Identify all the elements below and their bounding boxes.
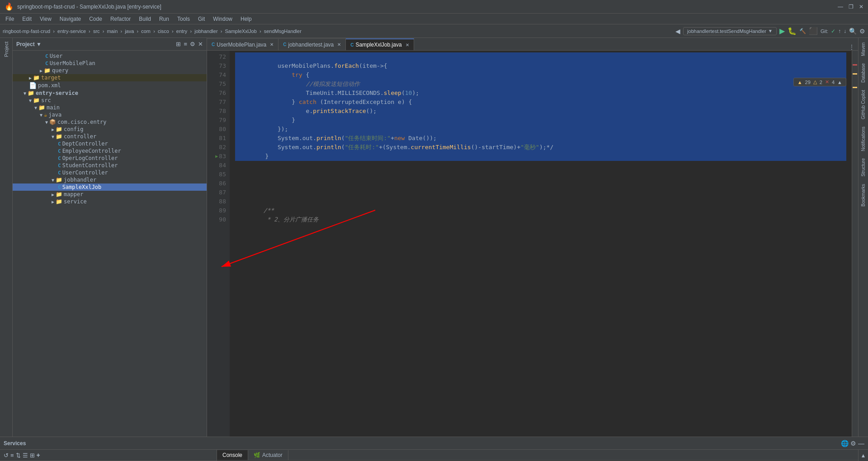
menu-code[interactable]: Code bbox=[85, 15, 106, 23]
tree-item-java[interactable]: ▼ ☕ java bbox=[13, 111, 207, 118]
services-title: Services bbox=[4, 440, 26, 447]
chevron-down-icon[interactable]: ▼ bbox=[768, 28, 773, 33]
maximize-btn[interactable]: ❐ bbox=[849, 4, 854, 10]
menu-tools[interactable]: Tools bbox=[174, 15, 193, 23]
menu-view[interactable]: View bbox=[36, 15, 55, 23]
tree-item-target[interactable]: ▶ 📁 target bbox=[13, 74, 207, 81]
panel-expand-icon[interactable]: ⊞ bbox=[176, 41, 181, 47]
search-btn[interactable]: 🔍 bbox=[849, 28, 857, 35]
warnings-badge[interactable]: ▲ 29 △ 2 ✕ 4 ▲ bbox=[793, 78, 846, 86]
line-numbers: 72 73 74 75 76 77 78 79 80 81 82 ▶83 84 … bbox=[207, 51, 230, 437]
copilot-panel-tab[interactable]: GitHub Copilot bbox=[860, 87, 867, 122]
code-line-79: } bbox=[235, 116, 846, 125]
tab-close-icon[interactable]: ✕ bbox=[337, 42, 341, 47]
project-icon[interactable]: Project bbox=[4, 42, 9, 57]
tree-item-employeecontroller[interactable]: C EmployeeController bbox=[13, 147, 207, 155]
tree-item-label: EmployeeController bbox=[62, 148, 121, 154]
services-minimize-icon[interactable]: — bbox=[858, 440, 864, 447]
tree-item-label: service bbox=[64, 198, 87, 205]
panel-close-icon[interactable]: ✕ bbox=[198, 41, 203, 47]
tab-label: UserMobilePlan.java bbox=[217, 42, 266, 48]
tree-item-operlogcontroller[interactable]: C OperLogController bbox=[13, 155, 207, 162]
err-count: 4 bbox=[832, 80, 835, 85]
build-btn[interactable]: 🔨 bbox=[799, 28, 806, 34]
tree-item-main[interactable]: ▼ 📁 main bbox=[13, 104, 207, 111]
tree-item-src[interactable]: ▼ 📁 src bbox=[13, 97, 207, 104]
git-check-btn[interactable]: ✓ bbox=[831, 28, 835, 34]
tree-item-jobhandler[interactable]: ▼ 📁 jobhandler bbox=[13, 176, 207, 183]
tab-jobhandlertest[interactable]: C jobhandlertest.java ✕ bbox=[278, 38, 346, 50]
back-btn[interactable]: ◀ bbox=[675, 28, 680, 35]
minimize-btn[interactable]: — bbox=[838, 4, 843, 10]
tree-item-samplexxljob[interactable]: C SampleXxlJob bbox=[13, 183, 207, 191]
sort-icon[interactable]: ⇅ bbox=[16, 452, 21, 459]
console-tab-console[interactable]: Console bbox=[217, 450, 248, 460]
group-icon[interactable]: ⊞ bbox=[30, 452, 35, 459]
console-tab-actuator[interactable]: 🌿Actuator bbox=[248, 450, 288, 460]
tree-item-query[interactable]: ▶ 📁 query bbox=[13, 67, 207, 74]
run-button[interactable]: ▶ bbox=[779, 27, 785, 35]
menu-git[interactable]: Git bbox=[194, 15, 208, 23]
panel-collapse-icon[interactable]: ≡ bbox=[184, 41, 187, 47]
tree-item-studentcontroller[interactable]: C StudentController bbox=[13, 162, 207, 169]
tree-item-user[interactable]: C User bbox=[13, 52, 207, 60]
tree-item-label: SampleXxlJob bbox=[62, 184, 102, 190]
tabs-more-icon[interactable]: ⋮ bbox=[849, 44, 854, 50]
bookmarks-panel-tab[interactable]: Bookmarks bbox=[860, 181, 867, 209]
tree-item-entry-service[interactable]: ▼ 📁 entry-service bbox=[13, 89, 207, 97]
menu-file[interactable]: File bbox=[2, 15, 18, 23]
stop-btn[interactable]: ⬛ bbox=[809, 27, 818, 35]
panel-gear-icon[interactable]: ⚙ bbox=[190, 41, 195, 47]
tree-item-label: controller bbox=[64, 133, 96, 140]
code-line-83: } bbox=[235, 152, 846, 161]
refresh-icon[interactable]: ↺ bbox=[4, 452, 9, 459]
menu-build[interactable]: Build bbox=[135, 15, 155, 23]
tree-item-label: config bbox=[64, 126, 83, 132]
tree-item-pom[interactable]: 📄 pom.xml bbox=[13, 81, 207, 89]
maven-panel-tab[interactable]: Maven bbox=[860, 40, 867, 59]
git-push-btn[interactable]: ↑ bbox=[838, 28, 841, 34]
console-scroll-top[interactable]: ▲ bbox=[861, 452, 866, 459]
menu-run[interactable]: Run bbox=[156, 15, 173, 23]
services-settings-icon[interactable]: ⚙ bbox=[850, 440, 856, 447]
run-config-dropdown[interactable]: jobhandlertest.testSendMsgHandler ▼ bbox=[683, 27, 777, 35]
tab-usermobileplan[interactable]: C UserMobilePlan.java ✕ bbox=[207, 38, 278, 50]
tree-item-label: UserController bbox=[62, 169, 108, 176]
collapse-all-icon[interactable]: ≡ bbox=[10, 452, 14, 459]
tree-item-deptcontroller[interactable]: C DeptController bbox=[13, 140, 207, 147]
git-pull-btn[interactable]: ↓ bbox=[844, 28, 846, 34]
menu-help[interactable]: Help bbox=[237, 15, 255, 23]
tree-item-service[interactable]: ▶ 📁 service bbox=[13, 198, 207, 205]
tree-item-com-cisco[interactable]: ▼ 📦 com.cisco.entry bbox=[13, 118, 207, 126]
tab-close-icon[interactable]: ✕ bbox=[270, 42, 274, 47]
warning-count: 29 bbox=[805, 80, 811, 85]
tree-item-usercontroller[interactable]: C UserController bbox=[13, 169, 207, 176]
menu-navigate[interactable]: Navigate bbox=[56, 15, 85, 23]
tree-item-label: mapper bbox=[64, 191, 83, 198]
console-panel: Console 🌿Actuator 15:58:20.070 logback [… bbox=[217, 450, 858, 461]
tree-item-usermobileplan[interactable]: C UserMobilePlan bbox=[13, 60, 207, 67]
debug-button[interactable]: 🐛 bbox=[788, 27, 797, 35]
close-btn[interactable]: ✕ bbox=[859, 4, 863, 10]
tree-item-mapper[interactable]: ▶ 📁 mapper bbox=[13, 191, 207, 198]
tree-item-label: src bbox=[41, 97, 51, 103]
filter-icon[interactable]: ☰ bbox=[23, 452, 28, 459]
tab-samplexxljob[interactable]: C SampleXxlJob.java ✕ bbox=[346, 38, 414, 50]
structure-panel-tab[interactable]: Structure bbox=[860, 155, 867, 179]
database-panel-tab[interactable]: Database bbox=[860, 61, 867, 85]
menu-edit[interactable]: Edit bbox=[19, 15, 35, 23]
tree-item-controller[interactable]: ▼ 📁 controller bbox=[13, 133, 207, 140]
project-panel: Project ▼ ⊞ ≡ ⚙ ✕ C User C UserMobilePla… bbox=[13, 38, 207, 437]
project-title[interactable]: Project ▼ bbox=[16, 41, 42, 47]
tab-close-icon[interactable]: ✕ bbox=[406, 42, 409, 47]
settings-btn[interactable]: ⚙ bbox=[859, 28, 865, 35]
window-controls[interactable]: — ❐ ✕ bbox=[838, 4, 863, 10]
code-editor[interactable]: userMobilePlans.forEach(item->{ try { //… bbox=[230, 51, 852, 437]
tree-item-config[interactable]: ▶ 📁 config bbox=[13, 126, 207, 133]
menu-window[interactable]: Window bbox=[209, 15, 236, 23]
code-line-82: System.out.println("任务耗时:"+(System.curre… bbox=[235, 143, 846, 152]
plus-icon[interactable]: + bbox=[37, 452, 40, 459]
services-globe-icon[interactable]: 🌐 bbox=[841, 440, 849, 447]
notifications-panel-tab[interactable]: Notifications bbox=[860, 124, 867, 154]
menu-refactor[interactable]: Refactor bbox=[107, 15, 134, 23]
